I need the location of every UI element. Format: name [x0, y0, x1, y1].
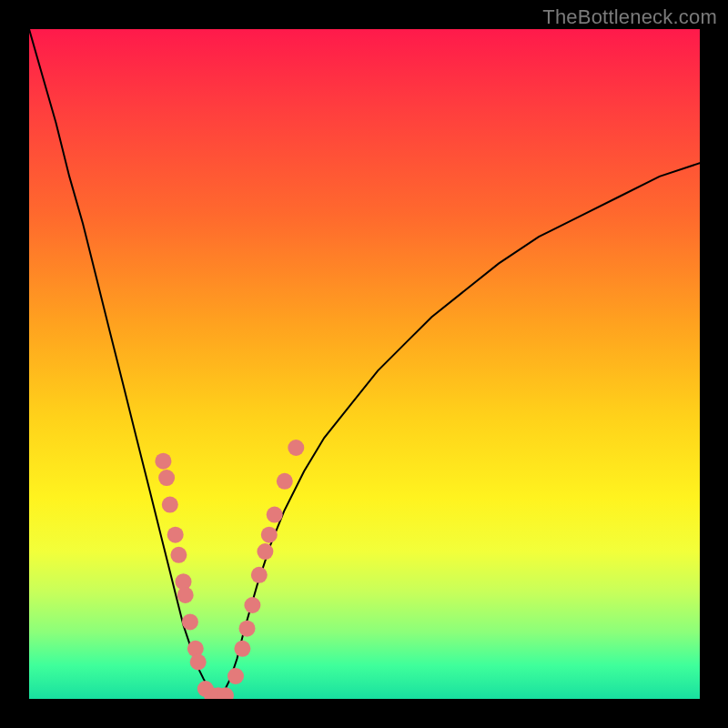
highlight-dot — [162, 497, 178, 513]
highlight-dot — [257, 543, 273, 560]
highlight-dot — [288, 440, 304, 456]
highlight-dot — [244, 597, 260, 613]
highlight-dot — [228, 668, 244, 684]
curve-group — [29, 29, 700, 699]
highlight-dot — [155, 453, 171, 470]
highlight-dot — [251, 567, 268, 583]
watermark-label: TheBottleneck.com — [542, 5, 717, 29]
highlight-dot — [170, 547, 187, 563]
highlight-dot — [234, 641, 250, 657]
dots-group — [155, 440, 304, 699]
bottleneck-curve-right — [217, 163, 700, 699]
chart-stage: TheBottleneck.com — [0, 0, 728, 728]
highlight-dot — [167, 527, 184, 543]
highlight-dot — [190, 654, 207, 671]
chart-svg — [29, 29, 700, 699]
plot-area — [29, 29, 700, 699]
highlight-dot — [239, 621, 256, 637]
highlight-dot — [177, 587, 194, 603]
highlight-dot — [261, 527, 278, 543]
highlight-dot — [158, 470, 175, 486]
highlight-dot — [267, 507, 283, 523]
highlight-dot — [277, 473, 293, 490]
highlight-dot — [182, 613, 198, 630]
